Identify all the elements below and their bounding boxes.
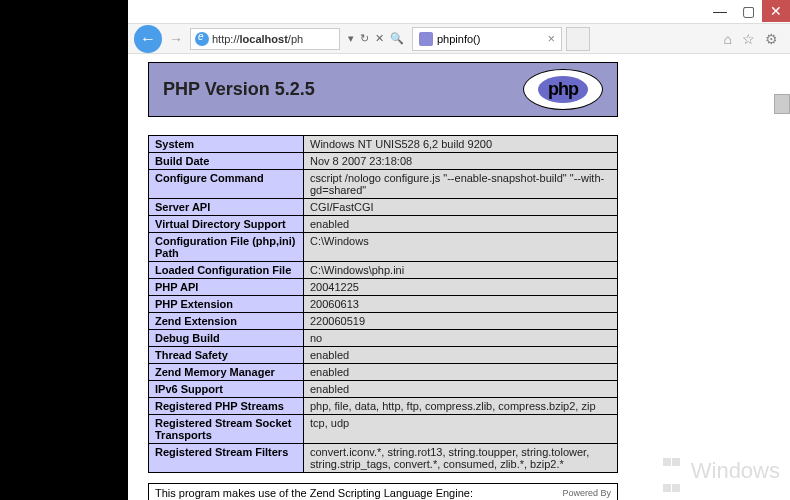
windows-watermark: Windows — [663, 446, 780, 498]
table-row: Registered PHP Streamsphp, file, data, h… — [149, 398, 618, 415]
row-key: Build Date — [149, 153, 304, 170]
row-value: convert.iconv.*, string.rot13, string.to… — [304, 444, 618, 473]
table-row: Thread Safetyenabled — [149, 347, 618, 364]
phpinfo-header: PHP Version 5.2.5 php — [148, 62, 618, 117]
stop-button[interactable]: ✕ — [375, 32, 384, 45]
table-row: Registered Stream Socket Transportstcp, … — [149, 415, 618, 444]
row-value: 20060613 — [304, 296, 618, 313]
phpinfo-table: SystemWindows NT UNIS528 6,2 build 9200B… — [148, 135, 618, 473]
table-row: IPv6 Supportenabled — [149, 381, 618, 398]
row-value: enabled — [304, 364, 618, 381]
row-key: PHP API — [149, 279, 304, 296]
row-key: Thread Safety — [149, 347, 304, 364]
search-button[interactable]: 🔍 — [390, 32, 404, 45]
row-value: 20041225 — [304, 279, 618, 296]
row-value: cscript /nologo configure.js "--enable-s… — [304, 170, 618, 199]
row-value: enabled — [304, 216, 618, 233]
home-icon[interactable]: ⌂ — [724, 31, 732, 47]
back-button[interactable]: ← — [134, 25, 162, 53]
row-value: C:\Windows\php.ini — [304, 262, 618, 279]
window-titlebar: — ▢ ✕ — [128, 0, 790, 24]
navigation-bar: ← → http://localhost/ph ▾ ↻ ✕ 🔍 phpinfo(… — [128, 24, 790, 54]
row-key: Registered Stream Filters — [149, 444, 304, 473]
maximize-button[interactable]: ▢ — [734, 0, 762, 22]
page-title: PHP Version 5.2.5 — [163, 79, 315, 100]
row-key: Server API — [149, 199, 304, 216]
black-sidebar — [0, 0, 128, 500]
row-key: Zend Memory Manager — [149, 364, 304, 381]
footer-text: This program makes use of the Zend Scrip… — [155, 487, 473, 499]
table-row: Zend Memory Managerenabled — [149, 364, 618, 381]
table-row: Server APICGI/FastCGI — [149, 199, 618, 216]
row-key: Registered PHP Streams — [149, 398, 304, 415]
refresh-button[interactable]: ↻ — [360, 32, 369, 45]
tab-close-button[interactable]: × — [547, 31, 555, 46]
page-icon — [419, 32, 433, 46]
windows-flag-icon — [663, 446, 681, 498]
address-text: http://localhost/ph — [212, 33, 335, 45]
close-button[interactable]: ✕ — [762, 0, 790, 22]
row-key: System — [149, 136, 304, 153]
scrollbar-thumb[interactable] — [774, 94, 790, 114]
row-key: IPv6 Support — [149, 381, 304, 398]
row-value: 220060519 — [304, 313, 618, 330]
minimize-button[interactable]: — — [706, 0, 734, 22]
row-value: no — [304, 330, 618, 347]
toolbar-right: ⌂ ☆ ⚙ — [724, 31, 784, 47]
row-value: enabled — [304, 347, 618, 364]
table-row: Virtual Directory Supportenabled — [149, 216, 618, 233]
forward-button[interactable]: → — [166, 31, 186, 47]
row-key: Zend Extension — [149, 313, 304, 330]
row-value: tcp, udp — [304, 415, 618, 444]
dropdown-icon[interactable]: ▾ — [348, 32, 354, 45]
table-row: Configure Commandcscript /nologo configu… — [149, 170, 618, 199]
row-key: Virtual Directory Support — [149, 216, 304, 233]
address-bar[interactable]: http://localhost/ph — [190, 28, 340, 50]
table-row: Registered Stream Filtersconvert.iconv.*… — [149, 444, 618, 473]
table-row: SystemWindows NT UNIS528 6,2 build 9200 — [149, 136, 618, 153]
ie-icon — [195, 32, 209, 46]
table-row: Configuration File (php,ini) PathC:\Wind… — [149, 233, 618, 262]
row-value: php, file, data, http, ftp, compress.zli… — [304, 398, 618, 415]
browser-window: — ▢ ✕ ← → http://localhost/ph ▾ ↻ ✕ 🔍 ph… — [128, 0, 790, 500]
row-key: Registered Stream Socket Transports — [149, 415, 304, 444]
new-tab-button[interactable] — [566, 27, 590, 51]
row-value: Windows NT UNIS528 6,2 build 9200 — [304, 136, 618, 153]
row-key: Configure Command — [149, 170, 304, 199]
address-controls: ▾ ↻ ✕ 🔍 — [344, 32, 408, 45]
row-key: PHP Extension — [149, 296, 304, 313]
php-logo: php — [523, 69, 603, 110]
row-value: Nov 8 2007 23:18:08 — [304, 153, 618, 170]
row-value: enabled — [304, 381, 618, 398]
table-row: PHP Extension20060613 — [149, 296, 618, 313]
table-row: Build DateNov 8 2007 23:18:08 — [149, 153, 618, 170]
powered-by-label: Powered By — [562, 488, 611, 498]
row-key: Configuration File (php,ini) Path — [149, 233, 304, 262]
row-value: C:\Windows — [304, 233, 618, 262]
table-row: Loaded Configuration FileC:\Windows\php.… — [149, 262, 618, 279]
table-row: PHP API20041225 — [149, 279, 618, 296]
row-value: CGI/FastCGI — [304, 199, 618, 216]
row-key: Debug Build — [149, 330, 304, 347]
table-row: Zend Extension220060519 — [149, 313, 618, 330]
browser-tab[interactable]: phpinfo() × — [412, 27, 562, 51]
favorites-icon[interactable]: ☆ — [742, 31, 755, 47]
tab-title: phpinfo() — [437, 33, 543, 45]
table-row: Debug Buildno — [149, 330, 618, 347]
row-key: Loaded Configuration File — [149, 262, 304, 279]
page-content[interactable]: PHP Version 5.2.5 php SystemWindows NT U… — [128, 54, 790, 500]
zend-footer: This program makes use of the Zend Scrip… — [148, 483, 618, 500]
tools-icon[interactable]: ⚙ — [765, 31, 778, 47]
php-logo-text: php — [538, 76, 588, 103]
